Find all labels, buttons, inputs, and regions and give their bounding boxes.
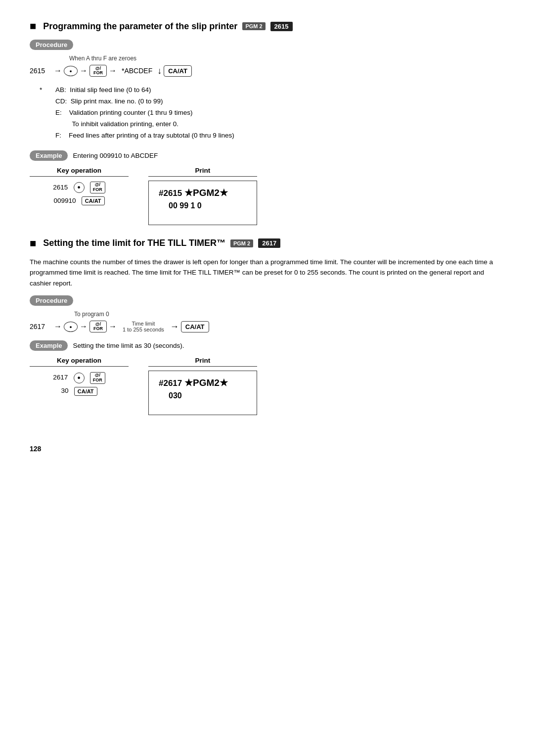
section2-print-line2: 030 bbox=[169, 391, 247, 400]
section2-arrow2: → bbox=[80, 322, 88, 331]
section2-op-print: Key operation 2617 • @/ FOR 30 CA/AT bbox=[30, 357, 504, 415]
section2-dot-inline: • bbox=[74, 373, 85, 383]
section2-example-text: Setting the time limit as 30 (seconds). bbox=[73, 342, 184, 349]
section1-example-label: Example bbox=[30, 150, 68, 161]
section2-title: ■ Setting the time limit for THE TILL TI… bbox=[30, 237, 504, 250]
section2-time-label2: 1 to 255 seconds bbox=[123, 327, 164, 332]
section2-for-bot: FOR bbox=[93, 327, 103, 331]
section1: ■ Programming the parameter of the slip … bbox=[30, 20, 504, 225]
section2-key-op-line1: 2617 • @/ FOR bbox=[30, 371, 129, 384]
section2: ■ Setting the time limit for THE TILL TI… bbox=[30, 237, 504, 416]
bullet-item-f: F: Feed lines after printing of a tray s… bbox=[40, 130, 504, 142]
section1-arrow1: → bbox=[54, 66, 62, 75]
section2-procedure-label: Procedure bbox=[30, 295, 73, 306]
page-number: 128 bbox=[30, 445, 504, 453]
section2-print-line1: #2617 ★PGM2★ bbox=[159, 377, 247, 388]
section1-print-header: Print bbox=[148, 167, 257, 177]
section1-badge2: 2615 bbox=[270, 22, 293, 31]
bullet-item-e2: To inhibit validation printing, enter 0. bbox=[40, 119, 504, 130]
section2-procedure: Procedure To program 0 2617 → • → @/ FOR… bbox=[30, 295, 504, 332]
section1-procedure-label: Procedure bbox=[30, 40, 73, 50]
section1-key-op-line2: 009910 CA/AT bbox=[30, 194, 129, 207]
section2-for-inline: @/ FOR bbox=[90, 372, 105, 384]
section1-print-box: #2615 ★PGM2★ 00 99 1 0 bbox=[148, 181, 257, 225]
section2-print-box: #2617 ★PGM2★ 030 bbox=[148, 371, 257, 415]
section2-diag-num: 2617 bbox=[30, 323, 52, 331]
section2-arrow-down: → bbox=[170, 322, 179, 332]
section2-title-text: Setting the time limit for THE TILL TIME… bbox=[43, 238, 225, 248]
section2-print-col: Print #2617 ★PGM2★ 030 bbox=[148, 357, 257, 415]
section1-bullet: ■ bbox=[30, 20, 36, 33]
bullet-item-ab: * AB: Initial slip feed line (0 to 64) bbox=[40, 85, 504, 96]
section2-diagram-note-top: To program 0 bbox=[74, 311, 504, 318]
section1-dot-inline: • bbox=[74, 182, 85, 193]
section2-key-op-col: Key operation 2617 • @/ FOR 30 CA/AT bbox=[30, 357, 129, 415]
section1-arrow2: → bbox=[80, 66, 88, 75]
section2-caat-key: CA/AT bbox=[181, 321, 209, 332]
section1-sequence: *ABCDEF bbox=[122, 67, 152, 75]
section1-caat-inline: CA/AT bbox=[82, 196, 105, 205]
section1-example-row: Example Entering 009910 to ABCDEF bbox=[30, 150, 504, 161]
section1-diagram-note: When A thru F are zeroes bbox=[69, 55, 504, 62]
section2-para: The machine counts the number of times t… bbox=[30, 257, 504, 289]
section1-badge1: PGM 2 bbox=[242, 22, 265, 30]
section1-title-text: Programming the parameter of the slip pr… bbox=[43, 21, 237, 32]
section1-op-print: Key operation 2615 • @/ FOR 009910 CA/AT bbox=[30, 167, 504, 225]
section2-arrow1: → bbox=[54, 322, 62, 331]
section1-print-line1: #2615 ★PGM2★ bbox=[159, 187, 247, 198]
section2-dot-key: • bbox=[64, 322, 78, 332]
section2-arrow3: → bbox=[109, 322, 117, 331]
section1-for-key: @/ FOR bbox=[89, 65, 107, 77]
section1-diagram-row: 2615 → • → @/ FOR → *ABCDEF ↓ CA/AT bbox=[30, 65, 504, 77]
section1-key-op-header: Key operation bbox=[30, 167, 129, 177]
section1-print-line2: 00 99 1 0 bbox=[169, 201, 247, 210]
section2-example-row: Example Setting the time limit as 30 (se… bbox=[30, 340, 504, 351]
section2-key-op-header: Key operation bbox=[30, 357, 129, 367]
section1-bullets: * AB: Initial slip feed line (0 to 64) C… bbox=[40, 85, 504, 142]
section2-key-op-body: 2617 • @/ FOR 30 CA/AT bbox=[30, 371, 129, 397]
section1-procedure: Procedure When A thru F are zeroes 2615 … bbox=[30, 40, 504, 77]
section2-key-op-line2: 30 CA/AT bbox=[30, 384, 129, 397]
section1-key-op-body: 2615 • @/ FOR 009910 CA/AT bbox=[30, 181, 129, 207]
section1-arrow3: → bbox=[109, 66, 117, 75]
section2-time-label1: Time limit bbox=[132, 321, 155, 327]
section2-bullet: ■ bbox=[30, 237, 36, 250]
section2-time-label-container: Time limit 1 to 255 seconds bbox=[123, 321, 164, 332]
section2-badge2: 2617 bbox=[258, 238, 280, 248]
section2-badge1: PGM 2 bbox=[230, 239, 253, 247]
section1-arrow-down: ↓ bbox=[157, 66, 162, 76]
section1-title: ■ Programming the parameter of the slip … bbox=[30, 20, 504, 33]
section2-for-key: @/ FOR bbox=[89, 321, 107, 332]
section2-example-label: Example bbox=[30, 340, 68, 351]
section1-caat-key: CA/AT bbox=[164, 65, 192, 77]
bullet-item-e: E: Validation printing counter (1 thru 9… bbox=[40, 107, 504, 119]
section1-key-op-col: Key operation 2615 • @/ FOR 009910 CA/AT bbox=[30, 167, 129, 225]
section2-caat-inline: CA/AT bbox=[74, 387, 97, 396]
section1-print-col: Print #2615 ★PGM2★ 00 99 1 0 bbox=[148, 167, 257, 225]
section2-print-header: Print bbox=[148, 357, 257, 367]
section1-for-inline: @/ FOR bbox=[90, 182, 105, 193]
section1-for-bot: FOR bbox=[93, 71, 103, 75]
section2-diagram-row: 2617 → • → @/ FOR → Time limit 1 to 255 … bbox=[30, 321, 504, 332]
section1-diag-num: 2615 bbox=[30, 67, 52, 75]
section1-example-text: Entering 009910 to ABCDEF bbox=[73, 152, 158, 159]
bullet-item-cd: CD: Slip print max. line no. (0 to 99) bbox=[40, 96, 504, 107]
section1-dot-key: • bbox=[64, 66, 78, 76]
section1-key-op-line1: 2615 • @/ FOR bbox=[30, 181, 129, 194]
